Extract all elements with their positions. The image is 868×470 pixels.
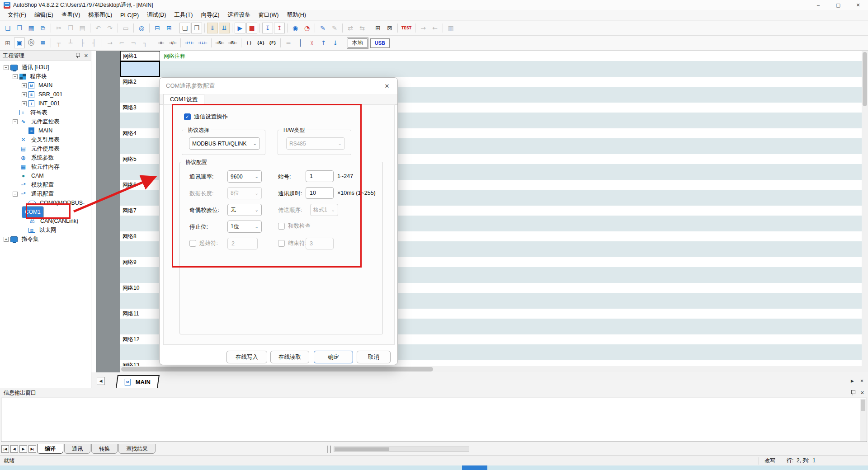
network-label[interactable]: 网络7	[120, 207, 160, 215]
contact-reset-button[interactable]: ⊣R⊢	[226, 38, 239, 48]
print-setup-button[interactable]: ⊞	[164, 23, 175, 33]
monitor-view-button[interactable]: ▣	[14, 38, 25, 48]
network-label[interactable]: 网络12	[120, 336, 160, 343]
output-tab-2[interactable]: 转换	[91, 444, 118, 454]
download-settings-button[interactable]: ⇓	[207, 23, 218, 33]
il-view-button[interactable]: ≣	[38, 38, 48, 48]
menu-item-8[interactable]: 远程设备	[223, 10, 254, 20]
minimize-button[interactable]: –	[808, 0, 828, 10]
down-branch-button[interactable]: ↓	[330, 38, 341, 48]
menu-item-0[interactable]: 文件(F)	[4, 10, 30, 20]
network-label[interactable]: 网络5	[120, 155, 160, 163]
output-tab-0[interactable]: 编译	[37, 444, 63, 454]
edit-mode-button[interactable]: ✎	[317, 23, 328, 33]
startchar-checkbox[interactable]	[189, 240, 196, 247]
tree-item--[interactable]: 系统参数	[0, 153, 91, 162]
menu-item-7[interactable]: 向导(Z)	[197, 10, 223, 20]
hscroll-thumb[interactable]	[121, 367, 433, 371]
tree-expander-icon[interactable]: +	[22, 101, 27, 106]
network-label[interactable]: 网络1	[120, 51, 160, 61]
contact-open-button[interactable]: ⊣⊢	[156, 38, 166, 48]
station-input[interactable]: 1	[306, 170, 334, 182]
network-label[interactable]: 网络9	[120, 258, 160, 266]
tree-expander-icon[interactable]: −	[13, 119, 18, 124]
contact-falling-button[interactable]: ⊣↓⊢	[196, 38, 208, 48]
local-connection-button[interactable]: 本地	[348, 38, 368, 48]
network-label[interactable]: 网络6	[120, 181, 160, 189]
menu-item-2[interactable]: 查看(V)	[57, 10, 85, 20]
stop-plc-button[interactable]: ■	[246, 23, 257, 33]
save-all-button[interactable]: ⧉	[38, 23, 48, 33]
contact-set-button[interactable]: ⊣S⊢	[214, 38, 226, 48]
window-tile-button[interactable]: ❐	[191, 23, 202, 33]
vscroll-thumb[interactable]	[863, 52, 867, 106]
menu-item-3[interactable]: 梯形图(L)	[84, 10, 116, 20]
network-label[interactable]: 网络2	[120, 78, 160, 86]
lad-view-button[interactable]: ⊞	[2, 38, 13, 48]
menu-item-1[interactable]: 编辑(E)	[30, 10, 57, 20]
save-button[interactable]: ▦	[26, 23, 37, 33]
protocol-select[interactable]: MODBUS-RTU/QLINK⌄	[189, 137, 260, 150]
menu-item-9[interactable]: 窗口(W)	[254, 10, 283, 20]
tree-item-can-canlink-[interactable]: CAN(CANLink)	[0, 216, 91, 226]
delete-network-button[interactable]: ⊠	[384, 23, 395, 33]
tree-item--[interactable]: −程序块	[0, 72, 91, 81]
window-cascade-button[interactable]: ❏	[179, 23, 190, 33]
coil-output-button[interactable]: ( )	[244, 38, 255, 48]
close-icon[interactable]: ✕	[84, 53, 88, 58]
tree-item--[interactable]: −元件监控表	[0, 117, 91, 126]
cancel-button[interactable]: 取消	[357, 351, 391, 363]
app-instruction-button[interactable]: {A}	[255, 38, 266, 48]
editor-vscrollbar[interactable]	[862, 51, 868, 372]
online-read-button[interactable]: 在线读取	[270, 351, 309, 363]
endchar-checkbox[interactable]	[278, 240, 285, 247]
open-project-button[interactable]: ❐	[14, 23, 25, 33]
run-plc-button[interactable]: ▶	[235, 23, 245, 33]
tree-item--[interactable]: +指令集	[0, 235, 91, 244]
network-label[interactable]: 网络3	[120, 104, 160, 112]
tree-item-com0-modbus-[interactable]: COM0(MODBUS-	[0, 198, 91, 207]
menu-item-10[interactable]: 帮助(H)	[283, 10, 310, 20]
menu-item-6[interactable]: 工具(T)	[170, 10, 197, 20]
tree-item--[interactable]: 元件使用表	[0, 144, 91, 153]
output-hscroll-thumb[interactable]	[335, 447, 389, 451]
upload-program-button[interactable]: ↥	[274, 23, 285, 33]
output-message-area[interactable]	[1, 398, 867, 442]
tree-item--[interactable]: −通讯配置	[0, 189, 91, 198]
contact-closed-button[interactable]: ⊣/⊢	[167, 38, 178, 48]
h-line-button[interactable]: ─	[283, 38, 294, 48]
sbr-view-button[interactable]: Ⓢ	[26, 38, 37, 48]
func-instruction-button[interactable]: {F}	[267, 38, 278, 48]
network-comment[interactable]: 网络注释	[164, 52, 185, 60]
print-button[interactable]: ⊟	[152, 23, 163, 33]
output-nav-3-icon[interactable]: ▶|	[28, 445, 36, 453]
tree-item--[interactable]: 软元件内存	[0, 162, 91, 171]
comm-enable-checkbox[interactable]: ✓	[184, 113, 191, 120]
output-tab-1[interactable]: 通讯	[64, 444, 90, 454]
online-write-button[interactable]: 在线写入	[226, 351, 267, 363]
tree-expander-icon[interactable]: +	[22, 92, 27, 97]
network-label[interactable]: 网络4	[120, 130, 160, 137]
usb-connection-button[interactable]: USB	[370, 38, 390, 48]
output-tab-3[interactable]: 查找结果	[118, 444, 156, 454]
parity-select[interactable]: 无⌄	[227, 204, 262, 216]
tree-expander-icon[interactable]: −	[4, 65, 9, 70]
output-hscrollbar[interactable]	[334, 446, 469, 452]
stopbits-select[interactable]: 1位⌄	[227, 221, 262, 233]
network-label[interactable]: 网络10	[120, 284, 160, 292]
tree-item--[interactable]: 交叉引用表	[0, 135, 91, 144]
find-button[interactable]: ◎	[136, 23, 147, 33]
delete-line-button[interactable]: ╳	[307, 38, 317, 48]
close-button[interactable]: ✕	[848, 0, 868, 10]
tree-item-cam[interactable]: CAM	[0, 171, 91, 180]
dialog-close-icon[interactable]: ✕	[377, 78, 397, 94]
network-label[interactable]: 网络8	[120, 233, 160, 240]
tree-item--[interactable]: 符号表	[0, 108, 91, 117]
output-nav-0-icon[interactable]: |◀	[1, 445, 9, 453]
tree-item-sbr_001[interactable]: +SBR_001	[0, 90, 91, 99]
selected-cell-cursor[interactable]	[120, 61, 160, 77]
tree-item-int_001[interactable]: +INT_001	[0, 99, 91, 108]
tree-expander-icon[interactable]: −	[13, 192, 18, 197]
menu-item-4[interactable]: PLC(P)	[116, 11, 143, 20]
up-branch-button[interactable]: ↑	[318, 38, 329, 48]
